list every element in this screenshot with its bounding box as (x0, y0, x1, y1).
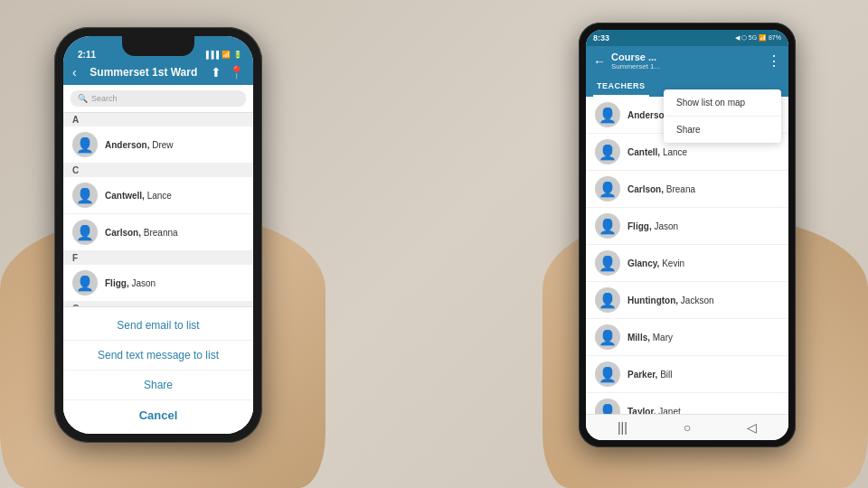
person-icon: 👤 (76, 224, 94, 241)
contact-name: Glancy, Kevin (627, 258, 684, 268)
send-text-button[interactable]: Send text message to list (63, 341, 253, 371)
person-icon: 👤 (599, 292, 617, 309)
avatar: 👤 (595, 176, 620, 202)
contact-name: Fligg, Jason (105, 278, 156, 288)
ios-battery-icon: 🔋 (233, 51, 242, 59)
ios-navbar: ‹ Summerset 1st Ward ⬆ 📍 (63, 61, 253, 85)
android-list-item[interactable]: 👤 Taylor, Janet (586, 393, 788, 414)
avatar: 👤 (595, 102, 620, 127)
android-list: 👤 Anderson, Drew 👤 Cantell, Lance 👤 Carl… (586, 97, 788, 414)
android-device: 8:33 ◀ ⬡ 5G 📶 87% ← Course ... Summerset… (579, 23, 796, 447)
person-icon: 👤 (599, 403, 617, 415)
ios-signal-icon: ▐▐▐ (203, 51, 219, 59)
avatar: 👤 (72, 183, 98, 208)
contact-name: Cantwell, Lance (105, 191, 172, 201)
ios-section-c: C (63, 164, 253, 177)
android-screen: 8:33 ◀ ⬡ 5G 📶 87% ← Course ... Summerset… (586, 30, 788, 440)
ios-list-item[interactable]: 👤 Fligg, Jason (63, 265, 253, 302)
ios-status-icons: ▐▐▐ 📶 🔋 (203, 51, 242, 59)
ios-section-f: F (63, 251, 253, 265)
android-navbar-titles: Course ... Summerset 1... (611, 52, 761, 70)
android-time: 8:33 (593, 33, 609, 42)
person-icon: 👤 (76, 275, 94, 292)
ios-search-placeholder: Search (91, 94, 118, 103)
avatar: 👤 (72, 270, 98, 296)
ios-navbar-title: Summerset 1st Ward (90, 66, 197, 79)
avatar: 👤 (595, 139, 620, 164)
android-icons: ◀ ⬡ 5G 📶 87% (735, 34, 781, 42)
person-icon: 👤 (599, 329, 617, 346)
ios-list-item[interactable]: 👤 Carlson, Breanna (63, 214, 253, 251)
share-option[interactable]: Share (664, 117, 781, 143)
ios-section-a: A (63, 113, 253, 127)
contact-name: Taylor, Janet (627, 407, 681, 415)
person-icon: 👤 (599, 107, 617, 124)
person-icon: 👤 (76, 136, 94, 154)
person-icon: 👤 (599, 255, 617, 272)
ios-list-item[interactable]: 👤 Anderson, Drew (63, 127, 253, 164)
person-icon: 👤 (76, 187, 94, 204)
ios-share-icon[interactable]: ⬆ (211, 65, 222, 80)
android-statusbar: 8:33 ◀ ⬡ 5G 📶 87% (586, 30, 788, 46)
android-dropdown-menu: Show list on map Share (664, 89, 781, 143)
person-icon: 👤 (599, 366, 617, 383)
person-icon: 👤 (599, 181, 617, 198)
avatar: 👤 (595, 250, 620, 276)
share-button[interactable]: Share (63, 371, 253, 400)
avatar: 👤 (595, 361, 620, 387)
avatar: 👤 (72, 132, 98, 157)
android-status-icons: ◀ ⬡ 5G 📶 87% (735, 34, 781, 42)
android-list-item[interactable]: 👤 Huntington, Jackson (586, 282, 788, 319)
android-list-item[interactable]: 👤 Parker, Bill (586, 356, 788, 393)
ios-search-inner: 🔍 Search (71, 90, 246, 107)
avatar: 👤 (72, 220, 98, 245)
contact-name: Fligg, Jason (627, 221, 678, 231)
person-icon: 👤 (599, 144, 617, 161)
ios-action-sheet: Send email to list Send text message to … (63, 306, 253, 434)
avatar: 👤 (595, 213, 620, 239)
avatar: 👤 (595, 399, 620, 414)
android-nav-home[interactable]: ○ (676, 418, 698, 436)
contact-name: Parker, Bill (627, 370, 673, 380)
iphone-device: 2:11 ▐▐▐ 📶 🔋 ‹ Summerset 1st Ward ⬆ 📍 (54, 27, 262, 443)
android-navbar-title: Course ... (611, 52, 761, 62)
show-list-on-map-option[interactable]: Show list on map (664, 89, 781, 117)
contact-name: Mills, Mary (627, 333, 673, 343)
android-wrapper: 8:33 ◀ ⬡ 5G 📶 87% ← Course ... Summerset… (579, 23, 796, 447)
android-nav-menu[interactable]: ||| (610, 418, 635, 436)
contact-name: Carlson, Breana (627, 184, 695, 194)
send-email-button[interactable]: Send email to list (63, 311, 253, 341)
android-bottom-nav: ||| ○ ◁ (586, 414, 788, 440)
scene: 2:11 ▐▐▐ 📶 🔋 ‹ Summerset 1st Ward ⬆ 📍 (0, 0, 868, 488)
contact-name: Carlson, Breanna (105, 228, 178, 238)
android-navbar-subtitle: Summerset 1... (611, 62, 761, 70)
cancel-button[interactable]: Cancel (63, 400, 253, 430)
ios-contacts-list: A 👤 Anderson, Drew C 👤 Cantwell, Lance 👤… (63, 113, 253, 306)
ios-navbar-actions: ⬆ 📍 (211, 65, 244, 80)
avatar: 👤 (595, 324, 620, 350)
android-list-item[interactable]: 👤 Fligg, Jason (586, 208, 788, 245)
ios-time: 2:11 (78, 50, 96, 60)
ios-search-bar[interactable]: 🔍 Search (63, 85, 253, 113)
android-more-button[interactable]: ⋮ (767, 52, 781, 70)
ios-search-icon: 🔍 (78, 94, 88, 103)
android-navbar: ← Course ... Summerset 1... ⋮ Show list … (586, 46, 788, 76)
iphone-screen: 2:11 ▐▐▐ 📶 🔋 ‹ Summerset 1st Ward ⬆ 📍 (63, 36, 253, 434)
android-tab-teachers[interactable]: TEACHERS (593, 77, 649, 97)
android-back-button[interactable]: ← (593, 54, 606, 69)
contact-name: Huntington, Jackson (627, 296, 714, 305)
person-icon: 👤 (599, 218, 617, 235)
ios-wifi-icon: 📶 (222, 51, 231, 59)
android-list-item[interactable]: 👤 Mills, Mary (586, 319, 788, 356)
iphone-notch (122, 36, 194, 56)
iphone-wrapper: 2:11 ▐▐▐ 📶 🔋 ‹ Summerset 1st Ward ⬆ 📍 (54, 27, 262, 443)
ios-location-icon[interactable]: 📍 (229, 65, 244, 80)
ios-list-item[interactable]: 👤 Cantwell, Lance (63, 177, 253, 214)
contact-name: Anderson, Drew (105, 140, 174, 150)
contact-name: Cantell, Lance (627, 147, 687, 157)
android-nav-back[interactable]: ◁ (740, 418, 764, 436)
avatar: 👤 (595, 287, 620, 313)
ios-back-icon[interactable]: ‹ (72, 65, 77, 80)
android-list-item[interactable]: 👤 Carlson, Breana (586, 171, 788, 208)
android-list-item[interactable]: 👤 Glancy, Kevin (586, 245, 788, 282)
